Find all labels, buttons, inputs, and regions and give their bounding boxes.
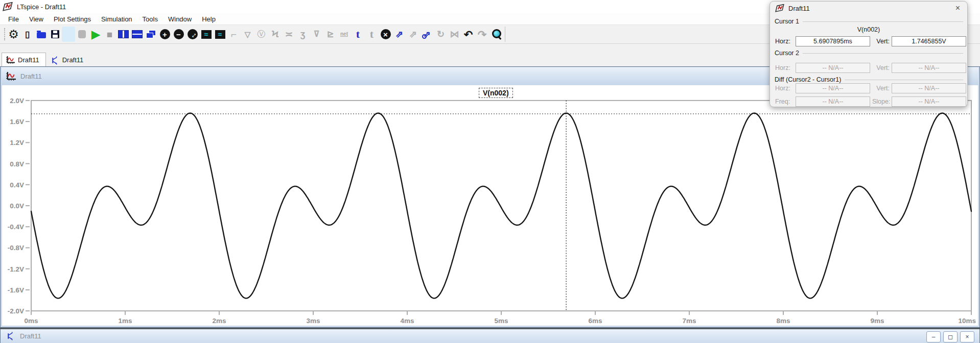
spice-directive-icon[interactable]: t bbox=[365, 26, 379, 42]
label-net-icon[interactable]: Ⓥ bbox=[254, 26, 268, 42]
redo-icon[interactable]: ↷ bbox=[475, 26, 489, 42]
wire-icon[interactable]: ⌐ bbox=[227, 26, 241, 42]
cursor2-horz-label: Horz: bbox=[775, 64, 794, 71]
ground-icon[interactable]: ▽ bbox=[241, 26, 254, 42]
run-icon[interactable]: ▶ bbox=[89, 26, 103, 42]
diff-freq-value[interactable]: -- N/A-- bbox=[796, 96, 870, 107]
cursor2-vert-value[interactable]: -- N/A-- bbox=[892, 63, 966, 73]
cursor1-vert-value[interactable]: 1.7465855V bbox=[892, 36, 966, 46]
plot-frame bbox=[31, 101, 971, 311]
cursor2-group-label: Cursor 2 bbox=[775, 50, 803, 57]
pause-icon[interactable] bbox=[75, 26, 89, 42]
x-tick-label: 0ms bbox=[24, 317, 38, 325]
diff-horz-value[interactable]: -- N/A-- bbox=[796, 83, 870, 93]
tab-label: Draft11 bbox=[18, 56, 39, 64]
cut-icon[interactable]: ⇗ bbox=[406, 26, 420, 42]
waveform-trace[interactable] bbox=[31, 113, 971, 299]
plot-area: 2.0V1.6V1.2V0.8V0.4V0.0V-0.4V-0.8V-1.2V-… bbox=[2, 85, 978, 326]
x-tick-label: 1ms bbox=[118, 317, 132, 325]
x-tick-label: 4ms bbox=[400, 317, 414, 325]
diff-slope-label: Slope: bbox=[872, 98, 890, 105]
diff-vert-value[interactable]: -- N/A-- bbox=[892, 83, 966, 93]
close-icon[interactable]: × bbox=[953, 4, 962, 12]
menu-item-simulation[interactable]: Simulation bbox=[96, 14, 137, 24]
autorange-y-icon[interactable]: ≈ bbox=[199, 26, 213, 42]
add-plot-pane-icon[interactable]: ≈ bbox=[213, 26, 227, 42]
window-title: LTspice - Draft11 bbox=[17, 3, 66, 11]
menu-item-view[interactable]: View bbox=[24, 14, 49, 24]
cursor1-signal: V(n002) bbox=[774, 26, 963, 33]
delete-icon[interactable]: × bbox=[379, 26, 392, 42]
trace-label[interactable]: V(n002) bbox=[479, 88, 513, 98]
tab-schematic-1[interactable]: Draft11 bbox=[46, 53, 90, 66]
restore-button[interactable]: ◻ bbox=[943, 331, 958, 342]
cursor1-group-label: Cursor 1 bbox=[775, 18, 803, 25]
find-icon[interactable] bbox=[489, 26, 503, 42]
halt-icon[interactable]: ■ bbox=[103, 26, 116, 42]
close-button[interactable]: × bbox=[960, 331, 974, 342]
active-blank-button[interactable] bbox=[62, 27, 75, 42]
drag-icon[interactable]: ⇗ bbox=[420, 26, 434, 42]
y-tick-label: 0.4V bbox=[10, 181, 24, 189]
menu-item-file[interactable]: File bbox=[3, 14, 24, 24]
x-tick-label: 8ms bbox=[776, 317, 790, 325]
ltspice-logo-icon bbox=[3, 2, 13, 11]
undo-icon[interactable]: ↶ bbox=[461, 26, 475, 42]
net-name-icon[interactable]: net bbox=[337, 26, 351, 42]
diff-group: Diff (Cursor2 - Cursor1) Horz: -- N/A-- … bbox=[774, 80, 963, 107]
tile-horizontal-icon[interactable] bbox=[130, 26, 144, 42]
waveform-window-title: Draft11 bbox=[20, 72, 42, 80]
inductor-icon[interactable]: ʒ bbox=[296, 26, 310, 42]
tile-vertical-icon[interactable] bbox=[116, 26, 130, 42]
y-tick-label: 1.2V bbox=[10, 139, 24, 146]
diode-icon[interactable]: ⊽ bbox=[310, 26, 323, 42]
toolbar-grip bbox=[2, 26, 7, 42]
menu-item-window[interactable]: Window bbox=[163, 14, 197, 24]
mirror-icon[interactable]: ⋈ bbox=[448, 26, 461, 42]
y-tick-label: -1.6V bbox=[8, 286, 24, 294]
rotate-icon[interactable]: ↻ bbox=[434, 26, 448, 42]
cursor-dialog-titlebar[interactable]: Draft11 × bbox=[770, 2, 967, 15]
y-tick-label: -2.0V bbox=[8, 307, 24, 315]
menu-item-help[interactable]: Help bbox=[197, 14, 221, 24]
y-tick-label: 2.0V bbox=[10, 97, 24, 105]
save-icon[interactable] bbox=[48, 26, 62, 42]
control-panel-icon[interactable]: ⚙ bbox=[7, 26, 20, 42]
copy-icon[interactable]: ⇗ bbox=[392, 26, 406, 42]
cursor1-vert-label: Vert: bbox=[872, 38, 890, 45]
menu-item-plot-settings[interactable]: Plot Settings bbox=[49, 14, 96, 24]
open-file-icon[interactable] bbox=[34, 26, 48, 42]
waveform-window-icon bbox=[6, 72, 16, 81]
diff-freq-label: Freq: bbox=[775, 98, 794, 105]
x-tick-label: 6ms bbox=[588, 317, 602, 325]
menu-item-tools[interactable]: Tools bbox=[137, 14, 163, 24]
cascade-windows-icon[interactable] bbox=[144, 26, 158, 42]
tab-label: Draft11 bbox=[62, 56, 84, 64]
y-tick-label: 0.0V bbox=[10, 202, 24, 210]
component-icon[interactable]: ⊵ bbox=[323, 26, 337, 42]
minimize-button[interactable]: – bbox=[926, 331, 941, 342]
x-tick-label: 9ms bbox=[870, 317, 884, 325]
diff-slope-value[interactable]: -- N/A-- bbox=[892, 96, 966, 107]
tab-waveform-0[interactable]: Draft11 bbox=[2, 53, 46, 66]
new-schematic-icon[interactable]: ▯ bbox=[20, 26, 34, 42]
x-tick-label: 2ms bbox=[212, 317, 226, 325]
capacitor-icon[interactable]: ≍ bbox=[282, 26, 296, 42]
schematic-window: Draft11 –◻× bbox=[0, 329, 980, 343]
cursor1-horz-label: Horz: bbox=[775, 38, 794, 45]
diff-group-label: Diff (Cursor2 - Cursor1) bbox=[775, 76, 845, 83]
schematic-window-icon bbox=[6, 332, 15, 340]
text-icon[interactable]: t bbox=[351, 26, 365, 42]
schematic-tab-icon bbox=[51, 56, 59, 65]
zoom-full-extents-icon[interactable]: ↔ bbox=[185, 26, 199, 42]
cursor1-horz-value[interactable]: 5.6907895ms bbox=[796, 36, 870, 46]
plot-canvas: 2.0V1.6V1.2V0.8V0.4V0.0V-0.4V-0.8V-1.2V-… bbox=[2, 85, 978, 326]
zoom-out-icon[interactable]: − bbox=[172, 26, 185, 42]
cursor2-horz-value[interactable]: -- N/A-- bbox=[796, 63, 870, 73]
cursor2-vert-label: Vert: bbox=[872, 64, 890, 71]
zoom-in-icon[interactable]: + bbox=[158, 26, 172, 42]
ltspice-logo-icon bbox=[775, 4, 784, 12]
diff-vert-label: Vert: bbox=[872, 85, 890, 92]
y-tick-label: -1.2V bbox=[8, 265, 24, 273]
resistor-icon[interactable]: Ϟ bbox=[268, 26, 282, 42]
